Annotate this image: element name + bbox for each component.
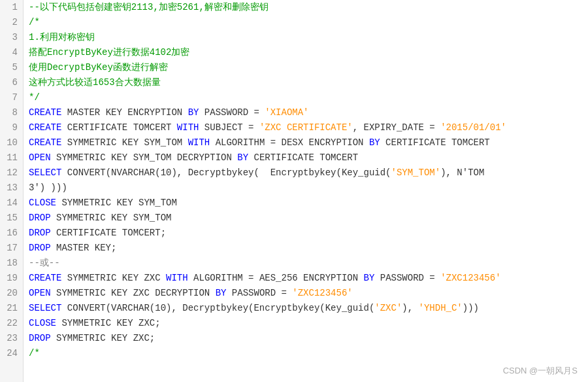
line-number: 4 xyxy=(5,45,18,60)
code-segment: OPEN xyxy=(29,152,51,163)
code-line: 1.利用对称密钥 xyxy=(29,30,588,45)
line-number: 2 xyxy=(5,15,18,30)
code-line: --或-- xyxy=(29,256,588,271)
code-segment: 1.利用对称密钥 xyxy=(29,32,95,43)
code-line: 3') ))) xyxy=(29,181,588,196)
code-segment: SYMMETRIC KEY SYM_TOM xyxy=(61,137,188,148)
line-number: 16 xyxy=(5,226,18,241)
code-segment: --或-- xyxy=(29,258,60,268)
code-line: DROP CERTIFICATE TOMCERT; xyxy=(29,226,588,241)
code-segment: SELECT xyxy=(29,303,61,313)
line-number: 20 xyxy=(5,286,18,301)
code-segment: SYMMETRIC KEY ZXC xyxy=(61,273,166,283)
code-segment: ))) xyxy=(463,303,479,313)
code-segment: CONVERT(VARCHAR(10), Decryptbykey(Encryp… xyxy=(61,303,374,313)
code-segment: 'SYM_TOM' xyxy=(391,167,441,178)
code-line: /* xyxy=(29,346,588,361)
code-segment: ), xyxy=(402,303,418,313)
code-segment: CREATE xyxy=(29,273,61,283)
code-line: 搭配EncryptByKey进行数据4102加密 xyxy=(29,45,588,60)
code-segment: OPEN xyxy=(29,288,51,298)
code-line: DROP SYMMETRIC KEY SYM_TOM xyxy=(29,211,588,226)
line-number: 14 xyxy=(5,196,18,211)
code-segment: SUBJECT = xyxy=(199,122,259,133)
code-line: CREATE CERTIFICATE TOMCERT WITH SUBJECT … xyxy=(29,120,588,135)
line-number: 3 xyxy=(5,30,18,45)
code-segment: 'ZXC123456' xyxy=(440,273,500,283)
code-segment: 'ZXC CERTIFICATE' xyxy=(259,122,353,133)
code-line: DROP SYMMETRIC KEY ZXC; xyxy=(29,331,588,346)
code-segment: SYMMETRIC KEY ZXC; xyxy=(51,333,155,343)
code-segment: /* xyxy=(29,17,40,27)
code-segment: ALGORITHM = DESX ENCRYPTION xyxy=(210,137,369,148)
line-number: 15 xyxy=(5,211,18,226)
code-segment: BY xyxy=(364,273,375,283)
code-line: OPEN SYMMETRIC KEY ZXC DECRYPTION BY PAS… xyxy=(29,286,588,301)
line-numbers: 123456789101112131415161718192021222324 xyxy=(0,0,24,382)
code-segment: DROP xyxy=(29,213,51,223)
code-segment: CERTIFICATE TOMCERT; xyxy=(51,228,166,238)
code-line: */ xyxy=(29,90,588,105)
code-segment: /* xyxy=(29,348,40,358)
code-segment: SYMMETRIC KEY ZXC; xyxy=(56,318,161,328)
code-line: 使用DecryptByKey函数进行解密 xyxy=(29,60,588,75)
code-line: SELECT CONVERT(NVARCHAR(10), Decryptbyke… xyxy=(29,165,588,181)
code-line: OPEN SYMMETRIC KEY SYM_TOM DECRYPTION BY… xyxy=(29,150,588,165)
code-segment: MASTER KEY ENCRYPTION xyxy=(61,107,188,118)
line-number: 19 xyxy=(5,271,18,286)
code-segment: BY xyxy=(188,107,199,118)
line-number: 17 xyxy=(5,241,18,256)
code-segment: DROP xyxy=(29,228,51,238)
code-line: /* xyxy=(29,15,588,30)
code-line: CREATE MASTER KEY ENCRYPTION BY PASSWORD… xyxy=(29,105,588,120)
code-segment: MASTER KEY; xyxy=(51,243,117,253)
code-segment: PASSWORD = xyxy=(199,107,265,118)
code-segment: CERTIFICATE TOMCERT xyxy=(248,152,358,163)
code-line: CLOSE SYMMETRIC KEY SYM_TOM xyxy=(29,196,588,211)
line-number: 5 xyxy=(5,60,18,75)
line-number: 18 xyxy=(5,256,18,271)
code-segment: , EXPIRY_DATE = xyxy=(353,122,440,133)
code-segment: --以下代码包括创建密钥2113,加密5261,解密和删除密钥 xyxy=(29,2,269,12)
code-segment: CONVERT(NVARCHAR(10), Decryptbykey( Encr… xyxy=(61,167,391,178)
code-segment: WITH xyxy=(177,122,199,133)
code-line: CREATE SYMMETRIC KEY SYM_TOM WITH ALGORI… xyxy=(29,135,588,150)
code-line: CREATE SYMMETRIC KEY ZXC WITH ALGORITHM … xyxy=(29,271,588,286)
code-segment: CLOSE xyxy=(29,198,56,208)
line-number: 9 xyxy=(5,120,18,135)
line-number: 1 xyxy=(5,0,18,15)
code-segment: 搭配EncryptByKey进行数据4102加密 xyxy=(29,47,189,58)
code-line: 这种方式比较适1653合大数据量 xyxy=(29,75,588,90)
code-content: --以下代码包括创建密钥2113,加密5261,解密和删除密钥/*1.利用对称密… xyxy=(24,0,588,382)
code-segment: PASSWORD = xyxy=(374,273,440,283)
code-segment: DROP xyxy=(29,333,51,343)
code-segment: CLOSE xyxy=(29,318,56,328)
code-segment: 'ZXC' xyxy=(374,303,402,313)
line-number: 23 xyxy=(5,331,18,346)
line-number: 11 xyxy=(5,150,18,165)
code-line: SELECT CONVERT(VARCHAR(10), Decryptbykey… xyxy=(29,301,588,316)
code-line: CLOSE SYMMETRIC KEY ZXC; xyxy=(29,316,588,331)
code-segment: 'YHDH_C' xyxy=(419,303,463,313)
line-number: 24 xyxy=(5,346,18,361)
code-segment: ), N'TOM xyxy=(440,167,484,178)
code-segment: CREATE xyxy=(29,137,61,148)
code-segment: CREATE xyxy=(29,122,61,133)
code-segment: SYMMETRIC KEY SYM_TOM xyxy=(51,213,172,223)
line-number: 12 xyxy=(5,165,18,181)
code-segment: CERTIFICATE TOMCERT xyxy=(380,137,490,148)
code-segment: DROP xyxy=(29,243,51,253)
code-segment: '2015/01/01' xyxy=(440,122,506,133)
line-number: 22 xyxy=(5,316,18,331)
code-segment: SYMMETRIC KEY ZXC DECRYPTION xyxy=(51,288,216,298)
watermark: CSDN @一朝风月S xyxy=(503,365,578,377)
code-segment: BY xyxy=(369,137,380,148)
code-line: --以下代码包括创建密钥2113,加密5261,解密和删除密钥 xyxy=(29,0,588,15)
line-number: 6 xyxy=(5,75,18,90)
code-segment: SYMMETRIC KEY SYM_TOM DECRYPTION xyxy=(51,152,238,163)
code-segment: WITH xyxy=(188,137,210,148)
code-segment: 使用DecryptByKey函数进行解密 xyxy=(29,62,168,73)
code-segment: CREATE xyxy=(29,107,61,118)
line-number: 7 xyxy=(5,90,18,105)
code-segment: BY xyxy=(237,152,248,163)
